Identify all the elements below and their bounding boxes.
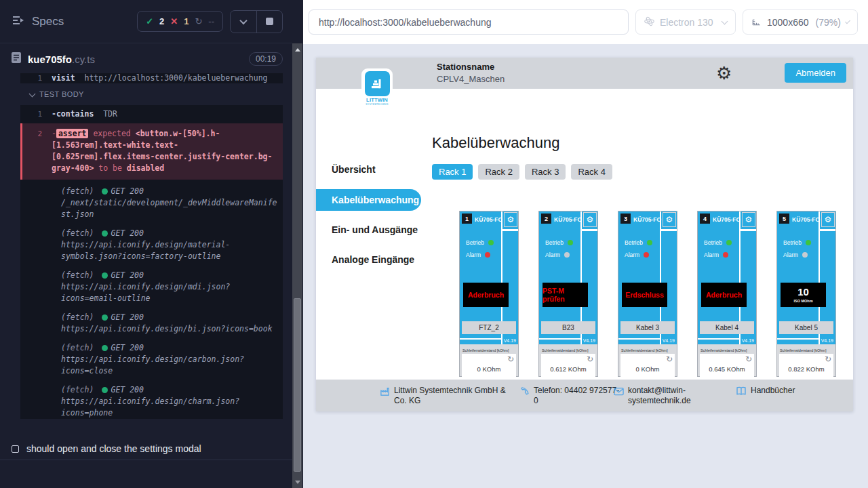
spec-name: kue705fo.cy.ts [28,54,95,65]
fetch-url: https://api.iconify.design/carbon.json?i… [61,354,277,377]
visit-command-row[interactable]: 1 visit http://localhost:3000/kabelueber… [20,73,283,83]
sidebar-item-uebersicht[interactable]: Übersicht [316,160,418,179]
device-model: KÜ705-FO [554,216,582,223]
sidebar-item-analoge-eingaenge[interactable]: Analoge Eingänge [316,250,418,269]
footer-company: Littwin Systemtechnik GmbH & Co. KG [380,386,511,406]
tab-rack-4[interactable]: Rack 4 [571,164,612,180]
sidebar-item-kabelueberwachung[interactable]: Kabelüberwachung [316,189,421,211]
status-ok-dot [102,230,108,237]
loop-resistance-label: Schleifenwiderstand [kOhm] [621,348,674,352]
betrieb-led [806,240,811,245]
status-ok-dot [102,314,108,321]
email-address: kontakt@littwin-systemtechnik.de [628,386,698,406]
fetch-log-row[interactable]: (fetch)GET 200 /_next/static/development… [20,186,283,220]
section-label: TEST BODY [39,89,84,100]
app-window: Stationsname CPLV4_Maschen ⚙ Abmelden LI… [316,58,853,411]
refresh-icon[interactable]: ↻ [825,354,831,364]
littwin-logo-icon [365,71,390,96]
footer-manuals-link[interactable]: Handbücher [736,386,795,399]
fetch-log-row[interactable]: (fetch)GET 200 https://api.iconify.desig… [20,342,283,377]
failed-count: 1 [184,16,189,26]
device-gear-icon[interactable]: ⚙ [583,212,597,227]
logout-button[interactable]: Abmelden [785,63,846,83]
device-card-3: ⚙ 3 KÜ705-FO Betrieb Alarm Erdschluss Ka… [618,211,677,377]
company-name: Littwin Systemtechnik GmbH & Co. KG [394,386,511,406]
url-input[interactable] [309,9,629,35]
manuals-label: Handbücher [751,386,795,396]
device-gear-icon[interactable]: ⚙ [742,212,755,227]
refresh-icon[interactable]: ↻ [666,354,673,364]
firmware-version: V4.19 [583,338,595,343]
device-card-1: ⚙ 1 KÜ705-FO Betrieb Alarm Aderbruch FTZ… [459,211,519,377]
scroll-down-arrow[interactable] [292,477,302,487]
browser-select[interactable]: Electron 130 [635,9,736,35]
failed-assert-row[interactable]: 2 -assert expected <button.w-[50%].h-[1.… [20,123,283,180]
loop-resistance-box: ↻ 0.612 KOhm [541,354,595,377]
refresh-icon[interactable]: ↻ [507,354,514,364]
scrollbar-thumb[interactable] [294,298,301,472]
fetch-log-row[interactable]: (fetch)GET 200 https://api.iconify.desig… [20,384,283,419]
device-gear-icon[interactable]: ⚙ [504,212,517,227]
device-number: 1 [462,214,472,224]
device-gear-icon[interactable]: ⚙ [663,212,676,227]
phone-icon [520,386,530,399]
footer-phone: Telefon: 04402 972577-0 [520,386,620,406]
loop-resistance-value: 0.645 KOhm [700,365,754,373]
device-gear-icon[interactable]: ⚙ [821,212,835,227]
app-footer: Littwin Systemtechnik GmbH & Co. KG Tele… [316,380,853,411]
collapse-all-button[interactable] [231,11,256,33]
alarm-led [485,252,490,258]
tab-rack-2[interactable]: Rack 2 [478,164,519,180]
cable-name: Kabel 3 [620,321,675,334]
sidebar-item-ein-und-ausgaenge[interactable]: Ein- und Ausgänge [316,220,418,239]
contains-command-row[interactable]: 1 -contains TDR [20,105,283,123]
firmware-version: V4.19 [504,338,516,343]
fetch-url: /_next/static/development/_devMiddleware… [61,197,277,220]
fetch-log-row[interactable]: (fetch)GET 200 https://api.iconify.desig… [20,312,283,335]
device-card-5: ⚙ 5 KÜ705-FO Betrieb Alarm 10 ISO MOhm K… [776,211,836,377]
alarm-led [564,252,570,258]
cable-name: B23 [541,321,595,334]
iso-value: 10 [797,287,809,298]
fetch-log-row[interactable]: (fetch)GET 200 https://api.iconify.desig… [20,270,283,304]
loop-resistance-label: Schleifenwiderstand [kOhm] [701,348,753,352]
loop-resistance-box: ↻ 0 KOhm [620,354,675,377]
fetch-log-row[interactable]: (fetch)GET 200 https://api.iconify.desig… [20,228,283,262]
tab-rack-3[interactable]: Rack 3 [525,164,566,180]
specs-label[interactable]: Specs [32,15,64,28]
loop-resistance-label: Schleifenwiderstand [kOhm] [462,348,515,352]
next-test-row[interactable]: should open and close the settings modal [0,438,292,460]
visit-url: http://localhost:3000/kabelueberwachung [84,73,267,83]
chevron-down-icon [722,18,728,24]
test-body-section-header[interactable]: TEST BODY [20,83,283,105]
rack-tabs: Rack 1 Rack 2 Rack 3 Rack 4 [432,164,612,180]
device-number: 3 [620,214,631,224]
assert-message: -assert expected <button.w-[50%].h-[1.56… [52,128,277,174]
ruler-icon [751,16,762,28]
iso-unit: ISO MOhm [793,299,812,303]
fetch-url: https://api.iconify.design/mdi.json?icon… [61,281,277,304]
station-name: CPLV4_Maschen [437,74,505,84]
reporter-scrollbar[interactable] [292,43,302,488]
tab-rack-1[interactable]: Rack 1 [432,164,473,180]
fetch-url: https://api.iconify.design/material-symb… [61,239,277,262]
device-card-4: ⚙ 4 KÜ705-FO Betrieb Alarm Aderbruch Kab… [697,211,757,377]
spec-file-row[interactable]: kue705fo.cy.ts 00:19 [0,43,292,75]
device-number: 4 [700,214,710,224]
specs-list-icon[interactable] [12,15,25,28]
spec-extension: .cy.ts [72,54,95,65]
refresh-icon[interactable]: ↻ [587,354,593,364]
passed-count: 2 [159,16,164,26]
line-number: 1 [20,73,52,83]
status-ok-dot [102,345,108,351]
refresh-icon[interactable]: ↻ [745,354,752,364]
loop-resistance-box: ↻ 0 KOhm [462,354,516,377]
cypress-reporter-panel: Specs ✓ 2 ✕ 1 ↻ -- kue705fo. [0,0,303,488]
viewport-select[interactable]: 1000x660 (79%) [743,9,858,35]
device-card-2: ⚙ 2 KÜ705-FO Betrieb Alarm PST-M prüfen … [538,211,598,377]
firmware-version: V4.19 [821,338,833,343]
settings-gear-icon[interactable]: ⚙ [716,62,732,85]
device-display: Aderbruch [463,283,509,307]
stop-button[interactable] [256,11,282,33]
scroll-up-arrow[interactable] [292,45,302,54]
